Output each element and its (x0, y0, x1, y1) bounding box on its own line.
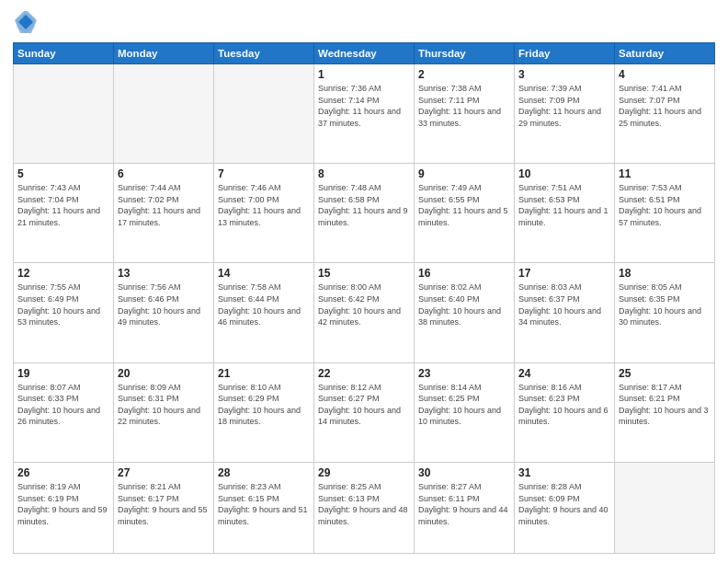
calendar-cell: 18Sunrise: 8:05 AM Sunset: 6:35 PM Dayli… (615, 263, 715, 362)
day-number: 26 (17, 466, 109, 479)
day-info: Sunrise: 8:23 AM Sunset: 6:15 PM Dayligh… (218, 481, 310, 527)
day-info: Sunrise: 8:02 AM Sunset: 6:40 PM Dayligh… (418, 282, 510, 327)
day-info: Sunrise: 7:58 AM Sunset: 6:44 PM Dayligh… (218, 282, 310, 327)
day-number: 29 (318, 466, 410, 479)
day-number: 13 (118, 267, 210, 280)
day-number: 25 (619, 367, 711, 380)
calendar-cell: 15Sunrise: 8:00 AM Sunset: 6:42 PM Dayli… (314, 263, 415, 362)
calendar-cell (615, 462, 715, 553)
day-number: 22 (318, 367, 410, 380)
calendar-cell: 23Sunrise: 8:14 AM Sunset: 6:25 PM Dayli… (415, 362, 515, 462)
calendar-cell: 8Sunrise: 7:48 AM Sunset: 6:58 PM Daylig… (314, 164, 415, 263)
day-info: Sunrise: 8:17 AM Sunset: 6:21 PM Dayligh… (619, 382, 711, 428)
day-number: 5 (17, 167, 109, 180)
calendar-cell: 20Sunrise: 8:09 AM Sunset: 6:31 PM Dayli… (114, 362, 214, 462)
calendar-cell: 12Sunrise: 7:55 AM Sunset: 6:49 PM Dayli… (14, 263, 114, 362)
day-info: Sunrise: 8:12 AM Sunset: 6:27 PM Dayligh… (318, 382, 410, 428)
week-row-5: 26Sunrise: 8:19 AM Sunset: 6:19 PM Dayli… (14, 462, 715, 553)
logo (13, 9, 42, 35)
calendar-cell: 28Sunrise: 8:23 AM Sunset: 6:15 PM Dayli… (214, 462, 314, 553)
day-number: 21 (218, 367, 310, 380)
day-number: 8 (318, 167, 410, 180)
day-number: 6 (118, 167, 210, 180)
day-number: 7 (218, 167, 310, 180)
day-number: 24 (518, 367, 610, 380)
calendar-cell: 27Sunrise: 8:21 AM Sunset: 6:17 PM Dayli… (114, 462, 214, 553)
day-info: Sunrise: 7:55 AM Sunset: 6:49 PM Dayligh… (17, 282, 109, 327)
day-number: 9 (418, 167, 510, 180)
calendar-cell: 14Sunrise: 7:58 AM Sunset: 6:44 PM Dayli… (214, 263, 314, 362)
day-number: 30 (418, 466, 510, 479)
weekday-tuesday: Tuesday (214, 43, 314, 64)
day-info: Sunrise: 8:27 AM Sunset: 6:11 PM Dayligh… (418, 481, 510, 527)
day-number: 16 (418, 267, 510, 280)
day-info: Sunrise: 8:07 AM Sunset: 6:33 PM Dayligh… (17, 382, 109, 428)
header (13, 9, 715, 35)
day-info: Sunrise: 8:14 AM Sunset: 6:25 PM Dayligh… (418, 382, 510, 428)
calendar-cell: 6Sunrise: 7:44 AM Sunset: 7:02 PM Daylig… (114, 164, 214, 263)
day-info: Sunrise: 7:53 AM Sunset: 6:51 PM Dayligh… (619, 182, 711, 228)
day-number: 17 (518, 267, 610, 280)
weekday-thursday: Thursday (415, 43, 515, 64)
day-number: 14 (218, 267, 310, 280)
calendar-cell: 16Sunrise: 8:02 AM Sunset: 6:40 PM Dayli… (415, 263, 515, 362)
calendar-cell: 17Sunrise: 8:03 AM Sunset: 6:37 PM Dayli… (515, 263, 615, 362)
calendar-cell: 29Sunrise: 8:25 AM Sunset: 6:13 PM Dayli… (314, 462, 415, 553)
generalblue-logo-icon (13, 9, 39, 35)
day-info: Sunrise: 7:46 AM Sunset: 7:00 PM Dayligh… (218, 182, 310, 228)
day-info: Sunrise: 8:21 AM Sunset: 6:17 PM Dayligh… (118, 481, 210, 527)
calendar-cell: 7Sunrise: 7:46 AM Sunset: 7:00 PM Daylig… (214, 164, 314, 263)
weekday-sunday: Sunday (14, 43, 114, 64)
calendar-cell: 2Sunrise: 7:38 AM Sunset: 7:11 PM Daylig… (415, 64, 515, 164)
calendar-cell: 22Sunrise: 8:12 AM Sunset: 6:27 PM Dayli… (314, 362, 415, 462)
day-number: 3 (518, 68, 610, 81)
day-info: Sunrise: 7:48 AM Sunset: 6:58 PM Dayligh… (318, 182, 410, 228)
day-info: Sunrise: 8:28 AM Sunset: 6:09 PM Dayligh… (518, 481, 610, 527)
calendar-cell: 9Sunrise: 7:49 AM Sunset: 6:55 PM Daylig… (415, 164, 515, 263)
day-info: Sunrise: 7:41 AM Sunset: 7:07 PM Dayligh… (619, 83, 711, 129)
weekday-saturday: Saturday (615, 43, 715, 64)
calendar-cell (114, 64, 214, 164)
day-number: 2 (418, 68, 510, 81)
day-number: 10 (518, 167, 610, 180)
day-info: Sunrise: 8:05 AM Sunset: 6:35 PM Dayligh… (619, 282, 711, 327)
calendar-cell (214, 64, 314, 164)
day-number: 28 (218, 466, 310, 479)
calendar-cell (14, 64, 114, 164)
day-number: 15 (318, 267, 410, 280)
day-info: Sunrise: 8:03 AM Sunset: 6:37 PM Dayligh… (518, 282, 610, 327)
day-info: Sunrise: 7:39 AM Sunset: 7:09 PM Dayligh… (518, 83, 610, 129)
day-info: Sunrise: 7:49 AM Sunset: 6:55 PM Dayligh… (418, 182, 510, 228)
day-info: Sunrise: 7:56 AM Sunset: 6:46 PM Dayligh… (118, 282, 210, 327)
calendar-cell: 13Sunrise: 7:56 AM Sunset: 6:46 PM Dayli… (114, 263, 214, 362)
day-info: Sunrise: 7:51 AM Sunset: 6:53 PM Dayligh… (518, 182, 610, 228)
day-info: Sunrise: 8:00 AM Sunset: 6:42 PM Dayligh… (318, 282, 410, 327)
week-row-1: 1Sunrise: 7:36 AM Sunset: 7:14 PM Daylig… (14, 64, 715, 164)
calendar-cell: 19Sunrise: 8:07 AM Sunset: 6:33 PM Dayli… (14, 362, 114, 462)
day-info: Sunrise: 7:36 AM Sunset: 7:14 PM Dayligh… (318, 83, 410, 129)
day-number: 31 (518, 466, 610, 479)
calendar-cell: 31Sunrise: 8:28 AM Sunset: 6:09 PM Dayli… (515, 462, 615, 553)
calendar-cell: 1Sunrise: 7:36 AM Sunset: 7:14 PM Daylig… (314, 64, 415, 164)
week-row-4: 19Sunrise: 8:07 AM Sunset: 6:33 PM Dayli… (14, 362, 715, 462)
day-info: Sunrise: 8:19 AM Sunset: 6:19 PM Dayligh… (17, 481, 109, 527)
weekday-header-row: SundayMondayTuesdayWednesdayThursdayFrid… (14, 43, 715, 64)
calendar-cell: 5Sunrise: 7:43 AM Sunset: 7:04 PM Daylig… (14, 164, 114, 263)
day-info: Sunrise: 7:43 AM Sunset: 7:04 PM Dayligh… (17, 182, 109, 228)
calendar-cell: 10Sunrise: 7:51 AM Sunset: 6:53 PM Dayli… (515, 164, 615, 263)
calendar-cell: 25Sunrise: 8:17 AM Sunset: 6:21 PM Dayli… (615, 362, 715, 462)
day-info: Sunrise: 8:16 AM Sunset: 6:23 PM Dayligh… (518, 382, 610, 428)
calendar-cell: 11Sunrise: 7:53 AM Sunset: 6:51 PM Dayli… (615, 164, 715, 263)
week-row-2: 5Sunrise: 7:43 AM Sunset: 7:04 PM Daylig… (14, 164, 715, 263)
calendar-table: SundayMondayTuesdayWednesdayThursdayFrid… (13, 42, 715, 554)
day-number: 11 (619, 167, 711, 180)
weekday-friday: Friday (515, 43, 615, 64)
day-number: 18 (619, 267, 711, 280)
day-info: Sunrise: 8:25 AM Sunset: 6:13 PM Dayligh… (318, 481, 410, 527)
calendar-cell: 3Sunrise: 7:39 AM Sunset: 7:09 PM Daylig… (515, 64, 615, 164)
day-number: 12 (17, 267, 109, 280)
day-info: Sunrise: 8:09 AM Sunset: 6:31 PM Dayligh… (118, 382, 210, 428)
day-info: Sunrise: 7:38 AM Sunset: 7:11 PM Dayligh… (418, 83, 510, 129)
calendar-cell: 24Sunrise: 8:16 AM Sunset: 6:23 PM Dayli… (515, 362, 615, 462)
weekday-wednesday: Wednesday (314, 43, 415, 64)
